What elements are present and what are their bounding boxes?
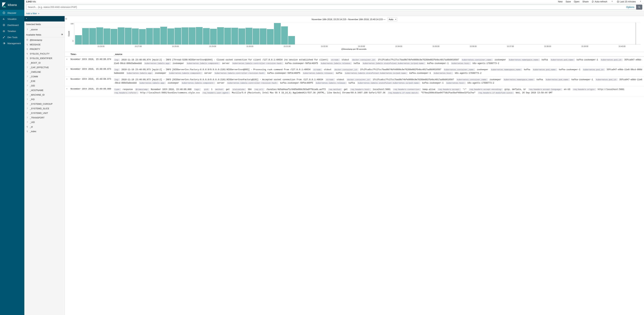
field-item[interactable]: t_id [24, 124, 64, 129]
x-axis-label: @timestamp per 30 seconds [67, 47, 640, 50]
time-nav-next[interactable] [639, 0, 642, 3]
expand-row-button[interactable] [65, 86, 69, 96]
histogram-bar[interactable] [132, 28, 139, 44]
field-item[interactable]: ?_GID [24, 84, 64, 88]
field-item[interactable]: tSYSLOG_FACILITY [24, 52, 64, 56]
histogram-bar[interactable] [146, 28, 153, 44]
query-options-link[interactable]: Options [624, 5, 636, 10]
column-source-header[interactable]: _source [112, 52, 644, 57]
histogram-bar[interactable] [253, 28, 260, 44]
field-item[interactable]: ?_BOOT_ID [24, 60, 64, 65]
index-pattern-selector[interactable]: * [24, 16, 64, 22]
field-item[interactable]: ?_UID [24, 120, 64, 124]
interval-select[interactable]: Auto [387, 18, 397, 21]
histogram-bar[interactable] [203, 28, 210, 44]
histogram-bar[interactable] [125, 28, 132, 44]
histogram-bar[interactable] [182, 28, 188, 44]
field-item[interactable]: ?_CMDLINE [24, 70, 64, 74]
nav-item-management[interactable]: Management [0, 40, 24, 46]
share-button[interactable]: Share [582, 0, 588, 3]
histogram-bar[interactable] [153, 28, 160, 44]
histogram-bar[interactable] [104, 28, 110, 44]
histogram-bar[interactable] [260, 28, 266, 44]
histogram-bar[interactable] [110, 29, 117, 44]
field-type-icon: t [26, 126, 28, 128]
brand-logo[interactable]: kibana [0, 0, 24, 10]
column-time-header[interactable]: Time▾ [69, 52, 112, 57]
query-input[interactable] [26, 5, 624, 10]
histogram-bar[interactable] [281, 26, 288, 44]
histogram-bar[interactable] [217, 27, 224, 44]
histogram-bar[interactable] [89, 28, 96, 44]
autorefresh-button[interactable]: Auto-refresh [592, 0, 607, 3]
histogram-bar[interactable] [274, 23, 281, 44]
histogram-bar[interactable] [210, 29, 217, 44]
open-button[interactable]: Open [574, 0, 580, 3]
field-type-icon: t [26, 130, 28, 133]
add-filter-button[interactable]: Add a filter [26, 12, 40, 15]
new-button[interactable]: New [558, 0, 563, 3]
field-item[interactable]: tMESSAGE [24, 42, 64, 47]
histogram-bar[interactable] [189, 28, 196, 44]
expand-row-button[interactable] [65, 67, 69, 76]
histogram-bar[interactable] [196, 27, 202, 44]
nav-item-dashboard[interactable]: Dashboard [0, 22, 24, 28]
field-item[interactable]: ?_SYSTEMD_SLICE [24, 106, 64, 111]
field-type-icon: ? [26, 76, 28, 78]
chevron-left-circle-icon [65, 18, 68, 20]
field-item[interactable]: ?_TRANSPORT [24, 116, 64, 120]
expand-row-button[interactable] [65, 76, 69, 86]
collapse-sidebar-button[interactable] [65, 18, 68, 21]
field-item[interactable]: tPRIORITY [24, 47, 64, 52]
histogram-bar[interactable] [224, 28, 231, 44]
histogram-bar[interactable] [82, 28, 89, 44]
nav-item-visualize[interactable]: Visualize [0, 16, 24, 22]
nav-item-discover[interactable]: Discover [0, 10, 24, 16]
nav-item-timelion[interactable]: Timelion [0, 28, 24, 34]
field-item[interactable]: tSYSLOG_IDENTIFIER [24, 56, 64, 60]
histogram-bar[interactable] [231, 28, 238, 44]
histogram-bar[interactable] [118, 28, 124, 44]
histogram-bar[interactable] [174, 28, 181, 44]
histogram-bar[interactable] [238, 28, 245, 44]
time-range-button[interactable]: Last 15 minutes [617, 0, 636, 3]
histogram-chart[interactable]: Count 1000 15:26:0015:27:0015:28:0015:29… [65, 22, 644, 52]
field-item[interactable]: ?_EXE [24, 79, 64, 84]
clock-icon [617, 0, 619, 3]
field-item[interactable]: t_index [24, 129, 64, 134]
field-item[interactable]: @timestamp [24, 38, 64, 42]
histogram-bar[interactable] [96, 28, 103, 44]
histogram-bar[interactable] [75, 35, 82, 44]
field-settings-button[interactable] [61, 33, 63, 36]
histogram-bar[interactable] [267, 29, 274, 44]
nav-item-dev-tools[interactable]: Dev Tools [0, 34, 24, 40]
histogram-bar[interactable] [246, 28, 252, 44]
field-item[interactable]: ?_CAP_EFFECTIVE [24, 65, 64, 70]
top-toolbar: 2,942 hits New Save Open Share Auto-refr… [24, 0, 644, 4]
field-type-icon: ? [26, 112, 28, 114]
field-item[interactable]: ?_HOSTNAME [24, 88, 64, 92]
histogram-bar[interactable] [160, 27, 167, 44]
field-item[interactable]: ?_COMM [24, 74, 64, 79]
caret-right-icon [66, 88, 68, 90]
field-item[interactable]: ?_PID [24, 97, 64, 102]
x-axis-ticks: 15:26:0015:27:0015:28:0015:29:0015:30:00… [73, 45, 640, 47]
brand-name: kibana [8, 3, 17, 7]
field-type-icon: t [26, 52, 28, 55]
time-nav-prev[interactable] [610, 0, 614, 3]
hit-count: 2,942 hits [26, 0, 36, 3]
field-item[interactable]: ?_SYSTEMD_UNIT [24, 111, 64, 116]
caret-right-icon [66, 58, 68, 60]
histogram-bar[interactable] [288, 36, 295, 44]
field-name: _SYSTEMD_SLICE [30, 107, 49, 110]
field-item[interactable]: ?_source [24, 27, 64, 32]
query-submit-button[interactable] [636, 4, 642, 10]
histogram-bar[interactable] [168, 28, 174, 44]
expand-row-button[interactable] [65, 57, 69, 67]
time-cell: November 16th 2018, 15:40:09.873 [69, 76, 112, 86]
histogram-bar[interactable] [139, 29, 146, 44]
field-type-icon: ? [26, 71, 28, 73]
field-item[interactable]: ?_MACHINE_ID [24, 92, 64, 97]
field-item[interactable]: ?_SYSTEMD_CGROUP [24, 102, 64, 106]
save-button[interactable]: Save [566, 0, 571, 3]
